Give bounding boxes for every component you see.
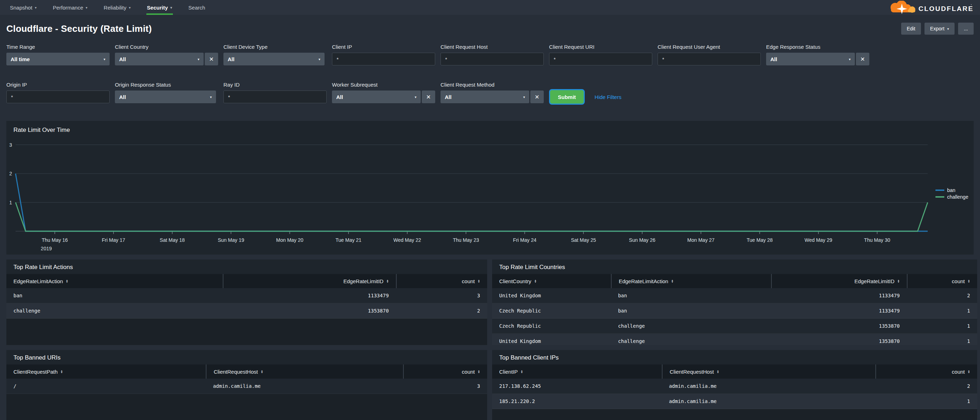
chevron-down-icon: ▾ — [129, 6, 131, 10]
filter-edge-response-status: Edge Response StatusAll▾✕ — [766, 44, 869, 65]
top-banned-client-ips-title: Top Banned Client IPs — [492, 350, 977, 364]
submit-button[interactable]: Submit — [549, 89, 585, 105]
column-header-count[interactable]: count▲▼ — [907, 274, 977, 288]
sort-icon: ▲▼ — [477, 279, 480, 283]
nav-item-snapshot[interactable]: Snapshot▾ — [10, 0, 37, 15]
filter-origin-ip: Origin IP — [6, 82, 110, 103]
client-country-label: Client Country — [115, 44, 218, 50]
column-label: EdgeRateLimitAction — [13, 278, 63, 284]
select-value: All — [445, 94, 452, 100]
hide-filters-link[interactable]: Hide Filters — [595, 94, 622, 100]
filter-client-ip: Client IP — [332, 44, 435, 65]
nav-item-label: Reliability — [103, 5, 126, 11]
nav-item-label: Snapshot — [10, 5, 32, 11]
origin-ip-input[interactable] — [6, 91, 110, 103]
nav-item-performance[interactable]: Performance▾ — [52, 0, 88, 15]
column-header-clientip[interactable]: ClientIP▲▼ — [492, 364, 662, 379]
x-tick-label: Sat May 18 — [160, 237, 185, 243]
column-header-edgeratelimitid[interactable]: EdgeRateLimitID▲▼ — [771, 274, 907, 288]
time-range-label: Time Range — [6, 44, 110, 50]
more-button[interactable]: ... — [958, 22, 974, 35]
sort-icon: ▲▼ — [534, 279, 537, 283]
cell-count: 2 — [396, 303, 487, 318]
column-label: ClientIP — [499, 369, 518, 375]
filters-section: Time RangeAll time▾Client CountryAll▾✕Cl… — [0, 43, 980, 121]
column-label: count — [952, 278, 965, 284]
column-header-clientrequestpath[interactable]: ClientRequestPath▲▼ — [6, 364, 206, 379]
cell-edgeratelimitid: 1133479 — [223, 288, 396, 303]
select-value: All — [119, 94, 126, 100]
cell-clientcountry: Czech Republic — [492, 318, 611, 333]
filter-client-request-uri: Client Request URI — [549, 44, 652, 65]
edit-button[interactable]: Edit — [901, 22, 921, 35]
export-button[interactable]: Export ▾ — [924, 22, 955, 35]
client-request-host-input[interactable] — [441, 52, 544, 65]
client-device-type-select[interactable]: All▾ — [223, 52, 325, 65]
top-banned-uris-title: Top Banned URIs — [6, 350, 487, 364]
column-header-count[interactable]: count▲▼ — [403, 364, 487, 379]
sort-icon: ▲▼ — [60, 370, 63, 373]
ray-id-input[interactable] — [223, 91, 327, 103]
filter-client-request-method: Client Request MethodAll▾✕ — [441, 82, 544, 103]
edge-response-status-select[interactable]: All▾ — [766, 52, 855, 65]
y-tick-label: 1 — [9, 200, 12, 205]
legend-label-challenge[interactable]: challenge — [947, 194, 968, 200]
filter-row-2: Origin IPOrigin Response StatusAll▾Ray I… — [6, 82, 974, 103]
client-country-select[interactable]: All▾ — [115, 52, 204, 65]
column-header-edgeratelimitaction[interactable]: EdgeRateLimitAction▲▼ — [611, 274, 771, 288]
legend-label-ban[interactable]: ban — [947, 188, 955, 193]
x-tick-label: Fri May 17 — [102, 237, 125, 243]
origin-response-status-label: Origin Response Status — [115, 82, 218, 88]
client-request-method-select[interactable]: All▾ — [441, 91, 529, 103]
export-label: Export — [930, 26, 944, 32]
x-tick-label: Thu May 30 — [864, 237, 890, 243]
column-header-clientrequesthost[interactable]: ClientRequestHost▲▼ — [662, 364, 875, 379]
client-device-type-label: Client Device Type — [223, 44, 327, 50]
table-row: 217.138.62.245admin.camilia.me2 — [492, 379, 977, 394]
nav-item-reliability[interactable]: Reliability▾ — [103, 0, 130, 15]
chevron-down-icon: ▾ — [86, 6, 88, 10]
column-header-clientcountry[interactable]: ClientCountry▲▼ — [492, 274, 611, 288]
worker-subrequest-select[interactable]: All▾ — [332, 91, 421, 103]
column-header-edgeratelimitaction[interactable]: EdgeRateLimitAction▲▼ — [6, 274, 223, 288]
submit-area: SubmitHide Filters — [549, 89, 622, 105]
nav-item-security[interactable]: Security▾ — [147, 0, 172, 15]
filter-client-device-type: Client Device TypeAll▾ — [223, 44, 327, 65]
x-tick-year-label: 2019 — [41, 246, 52, 251]
chevron-down-icon: ▾ — [170, 6, 172, 10]
cell-count: 3 — [396, 288, 487, 303]
origin-response-status-select[interactable]: All▾ — [115, 91, 216, 103]
client-request-user-agent-input[interactable] — [657, 52, 761, 65]
top-banned-uris-panel: Top Banned URIsClientRequestPath▲▼Client… — [6, 350, 487, 420]
select-value: All — [336, 94, 343, 100]
table-header-row: ClientIP▲▼ClientRequestHost▲▼count▲▼ — [492, 364, 977, 379]
cell-edgeratelimitid: 1133479 — [771, 303, 907, 318]
client-ip-input[interactable] — [332, 52, 435, 65]
column-header-count[interactable]: count▲▼ — [396, 274, 487, 288]
chevron-down-icon: ▾ — [210, 95, 212, 99]
nav-item-search[interactable]: Search — [188, 0, 205, 15]
client-request-method-clear-button[interactable]: ✕ — [530, 91, 544, 103]
client-request-uri-input[interactable] — [549, 52, 652, 65]
edge-response-status-label: Edge Response Status — [766, 44, 869, 50]
edge-response-status-clear-button[interactable]: ✕ — [856, 52, 869, 65]
worker-subrequest-clear-button[interactable]: ✕ — [422, 91, 435, 103]
client-country-clear-button[interactable]: ✕ — [205, 52, 218, 65]
cell-clientip: 217.138.62.245 — [492, 379, 662, 393]
column-header-clientrequesthost[interactable]: ClientRequestHost▲▼ — [206, 364, 403, 379]
table-empty-area — [492, 409, 977, 420]
client-request-host-label: Client Request Host — [441, 44, 544, 50]
select-value: All — [228, 56, 234, 62]
column-header-edgeratelimitid[interactable]: EdgeRateLimitID▲▼ — [223, 274, 396, 288]
table-row: United Kingdomban11334792 — [492, 288, 977, 303]
chevron-down-icon: ▾ — [947, 27, 949, 31]
column-label: EdgeRateLimitID — [343, 278, 383, 284]
select-value: All — [119, 56, 126, 62]
column-header-count[interactable]: count▲▼ — [875, 364, 977, 379]
sort-icon: ▲▼ — [967, 370, 970, 373]
time-range-select[interactable]: All time▾ — [6, 52, 110, 65]
table-row: Czech Republicchallenge13538701 — [492, 318, 977, 334]
x-tick-label: Mon May 20 — [276, 237, 303, 243]
table-row: 185.21.220.2admin.camilia.me1 — [492, 394, 977, 409]
cell-clientcountry: United Kingdom — [492, 288, 611, 303]
